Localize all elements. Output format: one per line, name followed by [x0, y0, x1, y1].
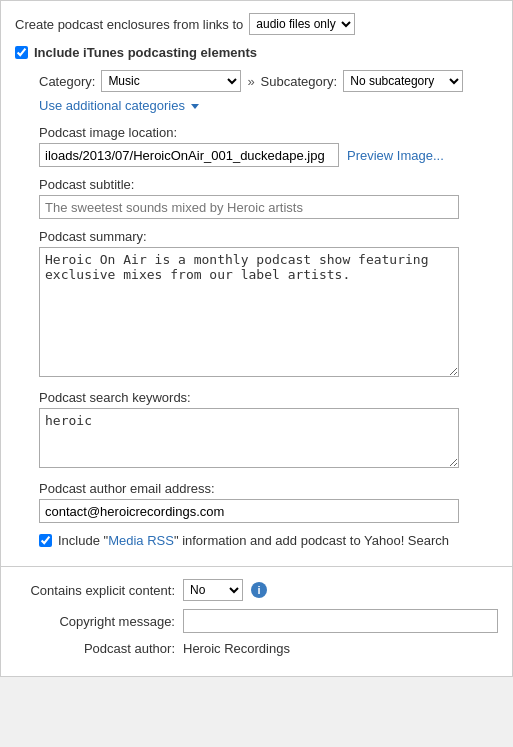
subtitle-input[interactable] — [39, 195, 459, 219]
media-rss-checkbox[interactable] — [39, 534, 52, 547]
podcast-author-field: Podcast author: Heroic Recordings — [15, 641, 498, 656]
info-icon[interactable]: i — [251, 582, 267, 598]
explicit-content-label: Contains explicit content: — [15, 583, 175, 598]
category-row: Category: Music » Subcategory: No subcat… — [39, 70, 498, 92]
category-label: Category: — [39, 74, 95, 89]
copyright-message-label: Copyright message: — [15, 614, 175, 629]
bottom-panel: Contains explicit content: No i Copyrigh… — [0, 567, 513, 677]
keywords-group: Podcast search keywords: heroic — [39, 390, 498, 471]
itunes-checkbox-label: Include iTunes podcasting elements — [34, 45, 257, 60]
subcategory-label: Subcategory: — [261, 74, 338, 89]
summary-label: Podcast summary: — [39, 229, 498, 244]
copyright-message-input[interactable] — [183, 609, 498, 633]
image-location-row: Preview Image... — [39, 143, 498, 167]
top-row: Create podcast enclosures from links to … — [15, 13, 498, 35]
chevron-down-icon — [191, 104, 199, 109]
top-label: Create podcast enclosures from links to — [15, 17, 243, 32]
enclosure-type-select[interactable]: audio files only — [249, 13, 355, 35]
copyright-message-field: Copyright message: — [15, 609, 498, 633]
author-email-label: Podcast author email address: — [39, 481, 498, 496]
author-email-input[interactable] — [39, 499, 459, 523]
keywords-label: Podcast search keywords: — [39, 390, 498, 405]
podcast-author-label: Podcast author: — [15, 641, 175, 656]
subcategory-arrow: » — [247, 74, 254, 89]
media-rss-text: Include "Media RSS" information and add … — [58, 533, 449, 548]
summary-textarea[interactable]: Heroic On Air is a monthly podcast show … — [39, 247, 459, 377]
podcast-author-value: Heroic Recordings — [183, 641, 290, 656]
keywords-textarea[interactable]: heroic — [39, 408, 459, 468]
subtitle-group: Podcast subtitle: — [39, 177, 498, 219]
image-location-group: Podcast image location: Preview Image... — [39, 125, 498, 167]
itunes-checkbox[interactable] — [15, 46, 28, 59]
image-location-label: Podcast image location: — [39, 125, 498, 140]
media-rss-row: Include "Media RSS" information and add … — [39, 533, 498, 548]
image-location-input[interactable] — [39, 143, 339, 167]
additional-categories-link[interactable]: Use additional categories — [39, 98, 185, 113]
media-rss-link[interactable]: Media RSS — [108, 533, 174, 548]
explicit-content-select[interactable]: No — [183, 579, 243, 601]
main-panel: Create podcast enclosures from links to … — [0, 0, 513, 567]
author-email-group: Podcast author email address: — [39, 481, 498, 523]
itunes-checkbox-row: Include iTunes podcasting elements — [15, 45, 498, 60]
category-select[interactable]: Music — [101, 70, 241, 92]
explicit-content-field: Contains explicit content: No i — [15, 579, 498, 601]
preview-image-link[interactable]: Preview Image... — [347, 148, 444, 163]
summary-group: Podcast summary: Heroic On Air is a mont… — [39, 229, 498, 380]
subcategory-select[interactable]: No subcategory — [343, 70, 463, 92]
additional-categories: Use additional categories — [39, 98, 498, 113]
subtitle-label: Podcast subtitle: — [39, 177, 498, 192]
